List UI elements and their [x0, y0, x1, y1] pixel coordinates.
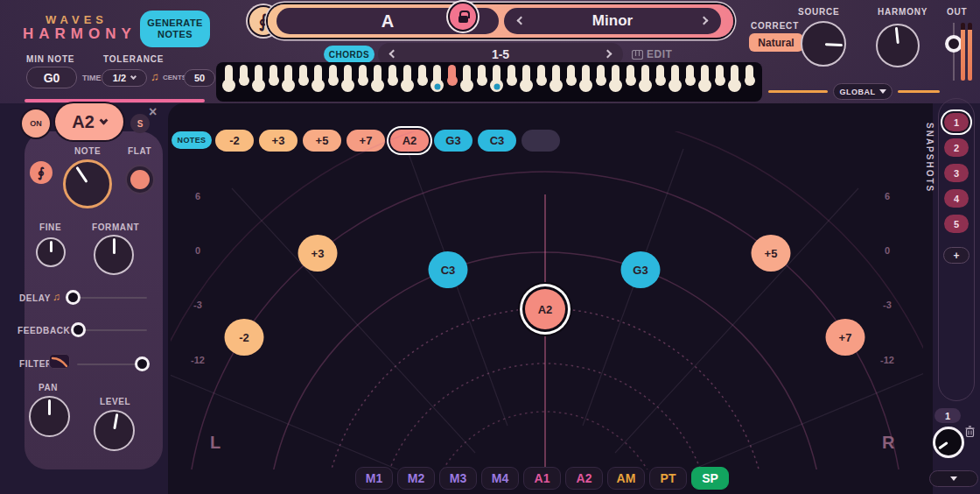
tab-am[interactable]: AM: [607, 467, 645, 490]
min-note-field[interactable]: G0: [26, 67, 77, 88]
tab-m3[interactable]: M3: [439, 467, 477, 490]
feedback-slider[interactable]: [74, 329, 147, 331]
pan-knob[interactable]: [29, 396, 70, 437]
voice-note-dropdown[interactable]: A2: [55, 103, 123, 140]
note-knob[interactable]: [63, 159, 112, 208]
snapshot-add-button[interactable]: +: [943, 247, 970, 264]
voice-on-button[interactable]: ON: [22, 109, 50, 138]
tab-sp[interactable]: SP: [691, 467, 729, 490]
tab-a1[interactable]: A1: [523, 467, 561, 490]
voice-node[interactable]: +7: [826, 319, 865, 356]
piano-key[interactable]: [504, 65, 519, 86]
piano-key[interactable]: [236, 65, 251, 86]
snapshot-3[interactable]: 3: [944, 164, 969, 182]
voice-node[interactable]: C3: [429, 251, 468, 288]
piano-key[interactable]: [697, 65, 712, 92]
piano-key[interactable]: [549, 65, 564, 92]
formant-knob[interactable]: [94, 235, 134, 275]
piano-key[interactable]: [519, 65, 534, 92]
global-dropdown[interactable]: GLOBAL: [833, 83, 892, 100]
cents-field[interactable]: 50: [184, 69, 215, 87]
piano-key[interactable]: [623, 65, 638, 86]
piano-key[interactable]: [742, 65, 757, 86]
piano-key-active[interactable]: [444, 65, 459, 86]
generate-notes-button[interactable]: GENERATE NOTES: [140, 11, 210, 47]
voice-node-selected[interactable]: A2: [525, 289, 565, 329]
snapshot-2[interactable]: 2: [944, 138, 969, 157]
chevron-left-icon[interactable]: [389, 50, 398, 59]
scale-selector[interactable]: Minor: [504, 8, 721, 34]
tab-m2[interactable]: M2: [397, 467, 435, 490]
chevron-right-icon[interactable]: [604, 50, 612, 59]
snapshot-1[interactable]: 1: [944, 113, 969, 131]
piano-key[interactable]: [593, 65, 608, 86]
scale-value: Minor: [592, 12, 633, 30]
piano-key[interactable]: [727, 65, 742, 92]
piano-key[interactable]: [370, 65, 385, 92]
chevron-right-icon[interactable]: [700, 17, 709, 25]
piano-key[interactable]: [638, 65, 653, 92]
chords-badge[interactable]: CHORDS: [324, 46, 374, 63]
piano-key[interactable]: [489, 65, 504, 92]
piano-key[interactable]: [712, 65, 727, 86]
level-knob[interactable]: [94, 410, 135, 451]
piano-key[interactable]: [326, 65, 340, 86]
piano-key[interactable]: [653, 65, 668, 86]
filter-slider-handle[interactable]: [135, 356, 150, 371]
voice-node[interactable]: G3: [621, 251, 661, 288]
close-icon[interactable]: ×: [149, 104, 157, 120]
chevron-left-icon[interactable]: [517, 17, 526, 25]
piano-key[interactable]: [221, 65, 236, 92]
left-channel-marker: L: [210, 433, 220, 453]
harmony-knob[interactable]: [876, 24, 920, 67]
piano-key[interactable]: [474, 65, 489, 86]
piano-key[interactable]: [415, 65, 430, 86]
tab-m1[interactable]: M1: [355, 467, 393, 490]
piano-key[interactable]: [281, 65, 296, 92]
piano-key[interactable]: [578, 65, 593, 92]
piano-key[interactable]: [266, 65, 281, 86]
mix-knob[interactable]: [933, 427, 964, 458]
out-fader-handle[interactable]: [945, 35, 962, 53]
piano-key[interactable]: [400, 65, 415, 92]
piano-key[interactable]: [296, 65, 311, 86]
piano-key[interactable]: [682, 65, 697, 86]
piano-key[interactable]: [608, 65, 623, 92]
trash-icon[interactable]: [965, 425, 975, 441]
flat-toggle[interactable]: [125, 165, 155, 194]
piano-key[interactable]: [385, 65, 400, 86]
piano-key[interactable]: [534, 65, 549, 86]
voice-solo-button[interactable]: S: [130, 114, 150, 133]
snapshot-5[interactable]: 5: [944, 215, 969, 233]
delay-slider-handle[interactable]: [66, 290, 80, 305]
tab-pt[interactable]: PT: [649, 467, 687, 490]
snapshot-4[interactable]: 4: [944, 189, 969, 208]
time-dropdown[interactable]: 1/2: [102, 69, 147, 87]
piano-key[interactable]: [430, 65, 444, 92]
voice-node[interactable]: +3: [298, 235, 338, 272]
lock-button[interactable]: [448, 2, 478, 32]
expand-button[interactable]: [929, 470, 978, 487]
tab-a2[interactable]: A2: [565, 467, 603, 490]
piano-keyboard[interactable]: [216, 62, 762, 102]
voice-node[interactable]: +5: [752, 235, 791, 272]
piano-key[interactable]: [564, 65, 578, 86]
piano-key[interactable]: [668, 65, 682, 92]
filter-slider[interactable]: [77, 363, 147, 365]
source-knob[interactable]: [801, 21, 846, 67]
voice-node[interactable]: -2: [225, 319, 264, 356]
filter-curve-icon[interactable]: [49, 354, 70, 369]
tab-m4[interactable]: M4: [481, 467, 519, 490]
piano-key[interactable]: [311, 65, 326, 92]
edit-button[interactable]: EDIT: [632, 48, 672, 60]
piano-key[interactable]: [355, 65, 370, 86]
piano-key[interactable]: [459, 65, 474, 92]
fine-knob[interactable]: [36, 237, 66, 267]
chevron-down-icon: [99, 116, 108, 124]
clef-icon[interactable]: ∮: [30, 161, 52, 184]
piano-key[interactable]: [251, 65, 266, 92]
feedback-slider-handle[interactable]: [71, 322, 86, 337]
delay-slider[interactable]: [68, 297, 147, 299]
piano-key[interactable]: [340, 65, 355, 92]
correct-mode-badge[interactable]: Natural: [749, 33, 803, 52]
